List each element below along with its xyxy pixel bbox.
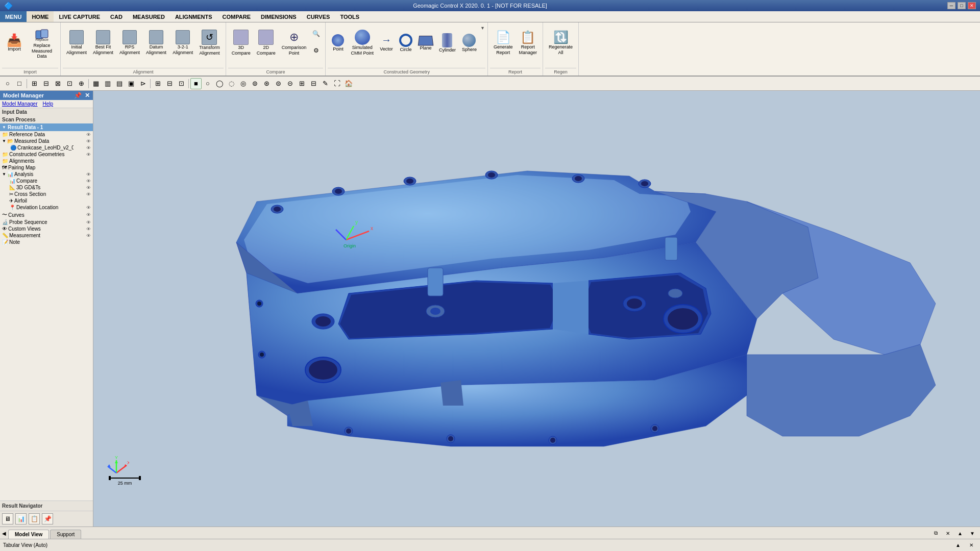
tree-node-constructed-geometries[interactable]: 📁 Constructed Geometries 👁 (0, 151, 93, 158)
sub-btn-10[interactable]: ▤ (114, 78, 125, 89)
sub-btn-18[interactable]: ◯ (214, 78, 225, 89)
tab-support[interactable]: Support (50, 530, 81, 539)
model-manager-tab[interactable]: Model Manager (2, 101, 37, 107)
sub-btn-12[interactable]: ⊳ (137, 78, 149, 89)
menu-item-menu[interactable]: MENU (0, 11, 27, 22)
reference-data-eye[interactable]: 👁 (86, 132, 91, 137)
tree-node-airfoil[interactable]: ✈ Airfoil (0, 197, 93, 204)
close-button[interactable]: ✕ (968, 2, 976, 9)
sub-btn-1[interactable]: ○ (2, 78, 13, 89)
tree-node-custom-views[interactable]: 👁 Custom Views 👁 (0, 226, 93, 232)
tree-node-curves[interactable]: 〜 Curves 👁 (0, 211, 93, 219)
measurement-eye[interactable]: 👁 (86, 233, 91, 238)
tree-node-measurement[interactable]: 📏 Measurement 👁 (0, 232, 93, 239)
menu-item-alignments[interactable]: ALIGNMENTS (170, 11, 217, 22)
cross-section-eye[interactable]: 👁 (86, 192, 91, 197)
tree-node-pairing-map[interactable]: 🗺 Pairing Map (0, 164, 93, 171)
sub-btn-14[interactable]: ⊟ (164, 78, 175, 89)
constructed-geometries-eye[interactable]: 👁 (86, 152, 91, 157)
deviation-location-eye[interactable]: 👁 (86, 205, 91, 210)
sub-btn-11[interactable]: ▣ (126, 78, 137, 89)
tab-close-button[interactable]: ✕ (942, 528, 953, 539)
menu-item-curves[interactable]: CURVES (302, 11, 335, 22)
tabular-expand-button[interactable]: ▲ (952, 540, 964, 551)
tab-model-view[interactable]: Model View (8, 530, 49, 539)
tree-node-probe-sequence[interactable]: 🔬 Probe Sequence 👁 (0, 219, 93, 226)
probe-sequence-eye[interactable]: 👁 (86, 220, 91, 225)
rps-alignment-button[interactable]: RPSAlignment (117, 24, 142, 61)
sub-btn-9[interactable]: ▥ (102, 78, 113, 89)
import-button[interactable]: 📥 Import (3, 24, 26, 61)
tab-float-button[interactable]: ⧉ (930, 528, 941, 539)
tab-expand-button[interactable]: ▲ (954, 528, 966, 539)
transform-alignment-button[interactable]: ↺ TransformAlignment (197, 24, 223, 61)
sub-btn-19[interactable]: ◌ (226, 78, 237, 89)
tree-node-alignments[interactable]: 📁 Alignments (0, 158, 93, 164)
tree-node-measured-data[interactable]: ▼ 📂 Measured Data 👁 (0, 138, 93, 144)
sub-btn-21[interactable]: ⊚ (249, 78, 260, 89)
321-alignment-button[interactable]: 3-2-1Alignment (170, 24, 195, 61)
maximize-button[interactable]: □ (958, 2, 966, 9)
menu-item-cad[interactable]: CAD (105, 11, 128, 22)
replace-measured-button[interactable]: Replace ReplaceMeasured Data (27, 24, 57, 61)
menu-item-compare[interactable]: COMPARE (217, 11, 256, 22)
vector-button[interactable]: → Vector (377, 24, 396, 61)
sub-btn-28[interactable]: ⛶ (331, 78, 342, 89)
sub-btn-29[interactable]: 🏠 (343, 78, 354, 89)
datum-alignment-button[interactable]: DatumAlignment (143, 24, 169, 61)
cylinder-button[interactable]: Cylinder (436, 24, 458, 61)
tabular-close-button[interactable]: ✕ (966, 540, 977, 551)
menu-item-dimensions[interactable]: DIMENSIONS (256, 11, 302, 22)
viewport[interactable]: x y Origin 25 mm X Y (93, 91, 980, 527)
sub-btn-20[interactable]: ◎ (237, 78, 249, 89)
sphere-button[interactable]: Sphere (459, 24, 479, 61)
compare-settings-button[interactable]: ⚙ (311, 42, 321, 59)
help-tab[interactable]: Help (42, 101, 53, 107)
point-button[interactable]: Point (329, 24, 347, 61)
tab-pin-button[interactable]: ▼ (967, 528, 978, 539)
tree-node-deviation-location[interactable]: 📍 Deviation Location 👁 (0, 204, 93, 211)
sub-btn-22[interactable]: ⊛ (261, 78, 272, 89)
sub-btn-2[interactable]: □ (14, 78, 25, 89)
sub-btn-16[interactable]: ■ (190, 78, 202, 89)
sub-btn-24[interactable]: ⊝ (284, 78, 296, 89)
tree-node-analysis[interactable]: ▼ 📊 Analysis 👁 (0, 171, 93, 178)
sub-btn-4[interactable]: ⊟ (40, 78, 52, 89)
compare-expand-button[interactable]: 🔍 (311, 26, 321, 42)
sidebar-pin-button[interactable]: 📌 (74, 92, 82, 99)
sidebar-bottom-btn-2[interactable]: 📊 (15, 513, 27, 524)
measured-data-eye[interactable]: 👁 (86, 139, 91, 144)
menu-item-livecapture[interactable]: LIVE CAPTURE (54, 11, 105, 22)
compare-eye[interactable]: 👁 (86, 179, 91, 184)
menu-item-tools[interactable]: TOOLS (335, 11, 364, 22)
tab-nav-left[interactable]: ◀ (0, 528, 8, 539)
sidebar-bottom-btn-1[interactable]: 🖥 (2, 513, 13, 524)
sub-btn-13[interactable]: ⊞ (152, 78, 163, 89)
sidebar-close-button[interactable]: ✕ (85, 92, 90, 99)
tree-node-crankcase[interactable]: 🔵 Crankcase_LeoHD_v2_03_... 👁 (0, 144, 93, 151)
result-data-header[interactable]: ▼ Result Data - 1 (0, 123, 93, 131)
analysis-eye[interactable]: 👁 (86, 172, 91, 177)
custom-views-eye[interactable]: 👁 (86, 227, 91, 232)
menu-item-measured[interactable]: MEASURED (128, 11, 170, 22)
tree-node-note[interactable]: 📝 Note (0, 239, 93, 245)
sub-btn-23[interactable]: ⊜ (273, 78, 284, 89)
sub-btn-17[interactable]: ○ (202, 78, 213, 89)
sub-btn-8[interactable]: ▦ (90, 78, 102, 89)
report-manager-button[interactable]: 📋 ReportManager (516, 24, 540, 61)
tree-node-reference-data[interactable]: 📁 Reference Data 👁 (0, 131, 93, 138)
tree-node-3d-gdts[interactable]: 📐 3D GD&Ts 👁 (0, 184, 93, 191)
menu-item-home[interactable]: HOME (27, 11, 54, 22)
initial-alignment-button[interactable]: InitialAlignment (64, 24, 89, 61)
crankcase-eye[interactable]: 👁 (86, 145, 91, 151)
curves-eye[interactable]: 👁 (86, 212, 91, 217)
circle-button[interactable]: Circle (397, 24, 415, 61)
comparison-point-button[interactable]: ⊕ ComparisonPoint (279, 24, 309, 61)
bestfit-alignment-button[interactable]: Best FitAlignment (90, 24, 116, 61)
constructed-more-button[interactable]: ▼ (480, 24, 484, 32)
sidebar-bottom-btn-4[interactable]: 📌 (42, 513, 53, 524)
simulated-cmm-button[interactable]: SimulatedCMM Point (348, 24, 376, 61)
sub-btn-3[interactable]: ⊞ (29, 78, 40, 89)
sidebar-bottom-btn-3[interactable]: 📋 (29, 513, 40, 524)
sub-btn-7[interactable]: ⊕ (76, 78, 87, 89)
